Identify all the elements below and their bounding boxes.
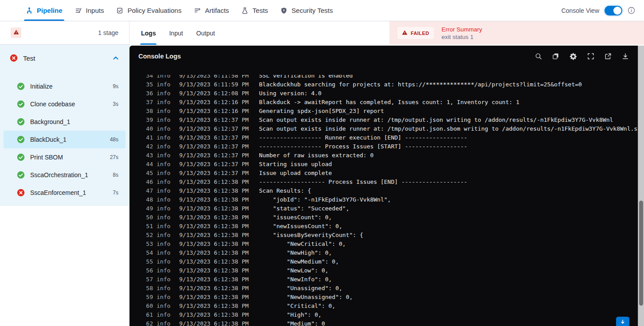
scroll-to-bottom-button[interactable] xyxy=(616,317,629,326)
console-scrollbar[interactable] xyxy=(638,46,644,326)
step-duration: 8s xyxy=(113,172,118,178)
sidebar-header: 1 stage xyxy=(0,21,129,45)
nav-tab-artifacts[interactable]: Artifacts xyxy=(194,0,229,21)
log-line-52: 52info9/13/2023 6:12:38 PM "issuesBySeve… xyxy=(130,231,638,240)
check-circle-icon xyxy=(17,136,25,144)
log-line-number: 47 xyxy=(143,186,153,195)
log-message: Using version: 4.0 xyxy=(259,89,322,98)
log-line-40: 40info9/13/2023 6:12:37 PMScan output ex… xyxy=(130,124,638,133)
log-line-43: 43info9/13/2023 6:12:37 PMNumber of raw … xyxy=(130,151,638,160)
log-message: "jobId": "-n1FkEpdiw3Y7G-Vvk8Wnl", xyxy=(259,195,391,204)
log-line-44: 44info9/13/2023 6:12:37 PMStarting issue… xyxy=(130,160,638,169)
log-timestamp: 9/13/2023 6:12:16 PM xyxy=(179,107,249,116)
log-message: ------------------ Process Issues [START… xyxy=(259,142,467,151)
step-background-1[interactable]: Background_1 xyxy=(4,113,126,131)
log-timestamp: 9/13/2023 6:12:38 PM xyxy=(179,275,249,284)
open-in-new-icon[interactable] xyxy=(605,53,612,60)
arrow-down-icon xyxy=(620,319,626,326)
step-name: SscaEnforcement_1 xyxy=(30,189,86,196)
step-sscaenforcement-1[interactable]: SscaEnforcement_17s xyxy=(4,184,126,202)
log-message: SSL verification is enabled xyxy=(259,75,353,80)
tab-input[interactable]: Input xyxy=(169,21,183,45)
log-line-39: 39info9/13/2023 6:12:37 PMScan output ex… xyxy=(130,116,638,124)
info-icon[interactable] xyxy=(628,7,635,14)
log-line-number: 46 xyxy=(143,178,153,186)
nav-tab-pipeline[interactable]: Pipeline xyxy=(26,0,63,21)
log-line-56: 56info9/13/2023 6:12:38 PM "NewLow": 0, xyxy=(130,266,638,275)
nav-tab-label: Pipeline xyxy=(37,7,63,14)
log-timestamp: 9/13/2023 6:12:38 PM xyxy=(179,213,249,222)
log-message: "NewInfo": 0, xyxy=(259,275,332,284)
log-line-54: 54info9/13/2023 6:12:38 PM "NewHigh": 0, xyxy=(130,248,638,257)
nav-tab-label: Inputs xyxy=(86,7,104,14)
step-sscaorchestration-1[interactable]: SscaOrchestration_18s xyxy=(4,166,126,184)
chevron-up-icon[interactable] xyxy=(112,54,119,62)
nav-tab-tests[interactable]: Tests xyxy=(241,0,268,21)
settings-icon[interactable] xyxy=(569,53,577,60)
log-level: info xyxy=(157,266,171,275)
step-initialize[interactable]: Initialize9s xyxy=(4,78,126,95)
log-message: Blackduck -> awaitReport has completed, … xyxy=(259,98,519,107)
log-tabs: LogsInputOutput xyxy=(130,21,215,45)
tab-output[interactable]: Output xyxy=(196,21,215,45)
step-list: Initialize9sClone codebase3sBackground_1… xyxy=(0,71,129,202)
console-view-toggle[interactable] xyxy=(605,6,622,16)
copy-icon[interactable] xyxy=(552,53,559,60)
log-line-55: 55info9/13/2023 6:12:38 PM "NewMedium": … xyxy=(130,257,638,266)
step-name: BlackDuck_1 xyxy=(30,136,67,143)
log-line-62: 62info9/13/2023 6:12:38 PM "Medium": 0 xyxy=(130,319,638,326)
log-timestamp: 9/13/2023 6:12:38 PM xyxy=(179,195,249,204)
scrollbar-thumb[interactable] xyxy=(639,201,643,306)
log-line-number: 51 xyxy=(143,222,153,231)
step-print-sbom[interactable]: Print SBOM27s xyxy=(4,148,126,166)
fullscreen-icon[interactable] xyxy=(587,53,594,60)
step-blackduck-1[interactable]: BlackDuck_148s xyxy=(4,131,126,148)
console-log-viewport[interactable]: 34info9/13/2023 6:11:58 PMSSL verificati… xyxy=(130,75,638,326)
failed-badge-label: FAILED xyxy=(411,31,429,36)
step-name: Initialize xyxy=(30,83,53,90)
stage-row-test[interactable]: Test xyxy=(0,45,129,71)
log-line-number: 55 xyxy=(143,257,153,266)
log-line-number: 45 xyxy=(143,169,153,178)
log-line-45: 45info9/13/2023 6:12:37 PMIssue upload c… xyxy=(130,169,638,178)
log-line-47: 47info9/13/2023 6:12:38 PMScan Results: … xyxy=(130,186,638,195)
log-message: "issuesBySeverityCount": { xyxy=(259,231,363,240)
stage-name: Test xyxy=(23,54,35,62)
log-level: info xyxy=(157,213,171,222)
app-root: PipelineInputsPolicy EvaluationsArtifact… xyxy=(0,0,644,326)
nav-tab-label: Tests xyxy=(252,7,268,14)
log-level: info xyxy=(157,275,171,284)
log-level: info xyxy=(157,151,171,160)
log-line-34: 34info9/13/2023 6:11:58 PMSSL verificati… xyxy=(130,75,638,80)
log-level: info xyxy=(157,160,171,169)
nav-tab-inputs[interactable]: Inputs xyxy=(75,0,104,21)
log-line-number: 44 xyxy=(143,160,153,169)
cross-circle-icon xyxy=(17,189,25,197)
log-line-number: 49 xyxy=(143,204,153,213)
console-panel: Console Logs 34info9/13/2023 6:11:58 PMS… xyxy=(130,46,644,326)
search-icon[interactable] xyxy=(535,53,542,60)
log-timestamp: 9/13/2023 6:12:38 PM xyxy=(179,257,249,266)
step-name: Print SBOM xyxy=(30,154,63,161)
log-line-number: 54 xyxy=(143,248,153,257)
step-clone-codebase[interactable]: Clone codebase3s xyxy=(4,95,126,113)
stage-panel: Test Initialize9sClone codebase3sBackgro… xyxy=(0,45,129,206)
log-level: info xyxy=(157,124,171,133)
topnav-right: Console View xyxy=(562,0,635,21)
log-level: info xyxy=(157,257,171,266)
log-level: info xyxy=(157,89,171,98)
log-line-number: 35 xyxy=(143,80,153,89)
log-level: info xyxy=(157,284,171,293)
tab-logs[interactable]: Logs xyxy=(141,21,156,45)
nav-tab-label: Artifacts xyxy=(205,7,229,14)
download-icon[interactable] xyxy=(622,53,629,60)
nav-tab-policy-evaluations[interactable]: Policy Evaluations xyxy=(116,0,181,21)
log-level: info xyxy=(157,204,171,213)
nav-tab-security-tests[interactable]: Security Tests xyxy=(280,0,333,21)
log-line-61: 61info9/13/2023 6:12:38 PM "High": 0, xyxy=(130,310,638,319)
log-level: info xyxy=(157,116,171,124)
log-level: info xyxy=(157,240,171,248)
log-timestamp: 9/13/2023 6:12:37 PM xyxy=(179,124,249,133)
log-line-50: 50info9/13/2023 6:12:38 PM "issuesCount"… xyxy=(130,213,638,222)
console-header: Console Logs xyxy=(130,46,644,67)
